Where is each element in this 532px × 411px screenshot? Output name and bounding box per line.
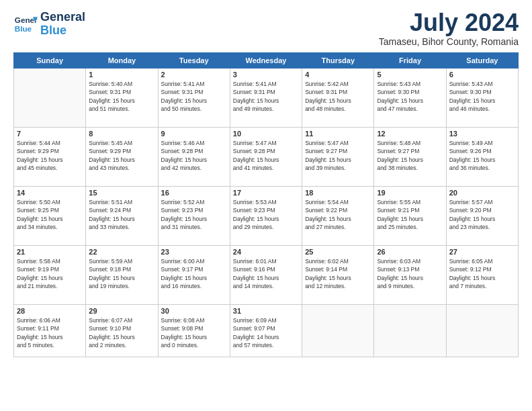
day-info: Sunrise: 5:41 AM Sunset: 9:31 PM Dayligh… xyxy=(161,80,227,113)
calendar-cell: 2Sunrise: 5:41 AM Sunset: 9:31 PM Daylig… xyxy=(158,68,230,128)
calendar-cell: 19Sunrise: 5:55 AM Sunset: 9:21 PM Dayli… xyxy=(374,187,446,246)
day-number: 13 xyxy=(449,130,515,138)
day-number: 4 xyxy=(305,71,371,79)
calendar-cell: 6Sunrise: 5:43 AM Sunset: 9:30 PM Daylig… xyxy=(446,68,518,128)
week-row-1: 1Sunrise: 5:40 AM Sunset: 9:31 PM Daylig… xyxy=(14,68,519,128)
day-number: 18 xyxy=(305,189,371,197)
day-info: Sunrise: 5:54 AM Sunset: 9:22 PM Dayligh… xyxy=(305,198,371,231)
day-info: Sunrise: 5:46 AM Sunset: 9:28 PM Dayligh… xyxy=(161,139,227,172)
day-info: Sunrise: 5:47 AM Sunset: 9:28 PM Dayligh… xyxy=(233,139,299,172)
calendar-cell: 17Sunrise: 5:53 AM Sunset: 9:23 PM Dayli… xyxy=(230,187,302,246)
week-row-3: 14Sunrise: 5:50 AM Sunset: 9:25 PM Dayli… xyxy=(14,187,519,246)
calendar-cell: 31Sunrise: 6:09 AM Sunset: 9:07 PM Dayli… xyxy=(230,305,302,357)
day-number: 17 xyxy=(233,189,299,197)
calendar-cell: 20Sunrise: 5:57 AM Sunset: 9:20 PM Dayli… xyxy=(446,187,518,246)
day-number: 29 xyxy=(89,307,154,315)
day-info: Sunrise: 5:50 AM Sunset: 9:25 PM Dayligh… xyxy=(17,198,83,231)
day-info: Sunrise: 5:55 AM Sunset: 9:21 PM Dayligh… xyxy=(377,198,443,231)
calendar-table: SundayMondayTuesdayWednesdayThursdayFrid… xyxy=(13,52,519,357)
week-row-4: 21Sunrise: 5:58 AM Sunset: 9:19 PM Dayli… xyxy=(14,246,519,305)
day-number: 21 xyxy=(17,248,83,256)
calendar-cell: 9Sunrise: 5:46 AM Sunset: 9:28 PM Daylig… xyxy=(158,128,230,187)
day-number: 8 xyxy=(89,130,154,138)
weekday-header-saturday: Saturday xyxy=(446,53,518,68)
day-info: Sunrise: 5:48 AM Sunset: 9:27 PM Dayligh… xyxy=(377,139,443,172)
location: Tamaseu, Bihor County, Romania xyxy=(379,36,519,47)
weekday-header-sunday: Sunday xyxy=(14,53,86,68)
page: General Blue General Blue July 2024 Tama… xyxy=(0,0,532,411)
day-number: 27 xyxy=(449,248,515,256)
day-number: 23 xyxy=(161,248,227,256)
day-number: 20 xyxy=(449,189,515,197)
calendar-cell: 18Sunrise: 5:54 AM Sunset: 9:22 PM Dayli… xyxy=(302,187,374,246)
day-number: 22 xyxy=(89,248,154,256)
day-info: Sunrise: 5:58 AM Sunset: 9:19 PM Dayligh… xyxy=(17,257,83,290)
day-number: 5 xyxy=(377,71,443,79)
day-number: 14 xyxy=(17,189,83,197)
calendar-cell: 22Sunrise: 5:59 AM Sunset: 9:18 PM Dayli… xyxy=(86,246,158,305)
day-info: Sunrise: 6:07 AM Sunset: 9:10 PM Dayligh… xyxy=(89,316,154,349)
calendar-cell: 25Sunrise: 6:02 AM Sunset: 9:14 PM Dayli… xyxy=(302,246,374,305)
day-info: Sunrise: 5:53 AM Sunset: 9:23 PM Dayligh… xyxy=(233,198,299,231)
day-info: Sunrise: 6:09 AM Sunset: 9:07 PM Dayligh… xyxy=(233,316,299,349)
svg-text:Blue: Blue xyxy=(15,24,32,33)
header: General Blue General Blue July 2024 Tama… xyxy=(13,11,519,47)
calendar-cell: 11Sunrise: 5:47 AM Sunset: 9:27 PM Dayli… xyxy=(302,128,374,187)
logo: General Blue General Blue xyxy=(13,11,85,38)
calendar-cell: 7Sunrise: 5:44 AM Sunset: 9:29 PM Daylig… xyxy=(14,128,86,187)
calendar-cell: 28Sunrise: 6:06 AM Sunset: 9:11 PM Dayli… xyxy=(14,305,86,357)
weekday-header-thursday: Thursday xyxy=(302,53,374,68)
weekday-header-wednesday: Wednesday xyxy=(230,53,302,68)
calendar-cell: 13Sunrise: 5:49 AM Sunset: 9:26 PM Dayli… xyxy=(446,128,518,187)
day-info: Sunrise: 5:41 AM Sunset: 9:31 PM Dayligh… xyxy=(233,80,299,113)
day-info: Sunrise: 5:49 AM Sunset: 9:26 PM Dayligh… xyxy=(449,139,515,172)
day-info: Sunrise: 5:42 AM Sunset: 9:31 PM Dayligh… xyxy=(305,80,371,113)
day-number: 9 xyxy=(161,130,227,138)
calendar-cell: 29Sunrise: 6:07 AM Sunset: 9:10 PM Dayli… xyxy=(86,305,158,357)
day-info: Sunrise: 5:47 AM Sunset: 9:27 PM Dayligh… xyxy=(305,139,371,172)
day-info: Sunrise: 5:59 AM Sunset: 9:18 PM Dayligh… xyxy=(89,257,154,290)
day-number: 28 xyxy=(17,307,83,315)
week-row-2: 7Sunrise: 5:44 AM Sunset: 9:29 PM Daylig… xyxy=(14,128,519,187)
day-number: 16 xyxy=(161,189,227,197)
calendar-cell: 26Sunrise: 6:03 AM Sunset: 9:13 PM Dayli… xyxy=(374,246,446,305)
calendar-cell: 30Sunrise: 6:08 AM Sunset: 9:08 PM Dayli… xyxy=(158,305,230,357)
calendar-cell: 10Sunrise: 5:47 AM Sunset: 9:28 PM Dayli… xyxy=(230,128,302,187)
day-number: 1 xyxy=(89,71,154,79)
day-number: 30 xyxy=(161,307,227,315)
calendar-cell: 3Sunrise: 5:41 AM Sunset: 9:31 PM Daylig… xyxy=(230,68,302,128)
day-info: Sunrise: 6:02 AM Sunset: 9:14 PM Dayligh… xyxy=(305,257,371,290)
calendar-cell: 21Sunrise: 5:58 AM Sunset: 9:19 PM Dayli… xyxy=(14,246,86,305)
calendar-cell xyxy=(302,305,374,357)
week-row-5: 28Sunrise: 6:06 AM Sunset: 9:11 PM Dayli… xyxy=(14,305,519,357)
weekday-header-friday: Friday xyxy=(374,53,446,68)
day-info: Sunrise: 5:43 AM Sunset: 9:30 PM Dayligh… xyxy=(449,80,515,113)
weekday-header-row: SundayMondayTuesdayWednesdayThursdayFrid… xyxy=(14,53,519,68)
day-number: 12 xyxy=(377,130,443,138)
calendar-cell xyxy=(14,68,86,128)
day-number: 11 xyxy=(305,130,371,138)
day-info: Sunrise: 5:40 AM Sunset: 9:31 PM Dayligh… xyxy=(89,80,154,113)
day-info: Sunrise: 5:44 AM Sunset: 9:29 PM Dayligh… xyxy=(17,139,83,172)
day-info: Sunrise: 6:00 AM Sunset: 9:17 PM Dayligh… xyxy=(161,257,227,290)
day-info: Sunrise: 5:57 AM Sunset: 9:20 PM Dayligh… xyxy=(449,198,515,231)
day-info: Sunrise: 5:43 AM Sunset: 9:30 PM Dayligh… xyxy=(377,80,443,113)
calendar-cell xyxy=(374,305,446,357)
day-info: Sunrise: 5:51 AM Sunset: 9:24 PM Dayligh… xyxy=(89,198,154,231)
calendar-cell: 16Sunrise: 5:52 AM Sunset: 9:23 PM Dayli… xyxy=(158,187,230,246)
calendar-cell: 24Sunrise: 6:01 AM Sunset: 9:16 PM Dayli… xyxy=(230,246,302,305)
day-number: 6 xyxy=(449,71,515,79)
calendar-cell: 12Sunrise: 5:48 AM Sunset: 9:27 PM Dayli… xyxy=(374,128,446,187)
calendar-cell: 1Sunrise: 5:40 AM Sunset: 9:31 PM Daylig… xyxy=(86,68,158,128)
calendar-cell: 5Sunrise: 5:43 AM Sunset: 9:30 PM Daylig… xyxy=(374,68,446,128)
day-number: 3 xyxy=(233,71,299,79)
day-number: 26 xyxy=(377,248,443,256)
day-info: Sunrise: 6:08 AM Sunset: 9:08 PM Dayligh… xyxy=(161,316,227,349)
month-title: July 2024 xyxy=(379,11,519,35)
day-number: 24 xyxy=(233,248,299,256)
svg-text:General: General xyxy=(15,15,38,24)
day-info: Sunrise: 6:03 AM Sunset: 9:13 PM Dayligh… xyxy=(377,257,443,290)
weekday-header-tuesday: Tuesday xyxy=(158,53,230,68)
title-area: July 2024 Tamaseu, Bihor County, Romania xyxy=(379,11,519,47)
calendar-cell: 4Sunrise: 5:42 AM Sunset: 9:31 PM Daylig… xyxy=(302,68,374,128)
